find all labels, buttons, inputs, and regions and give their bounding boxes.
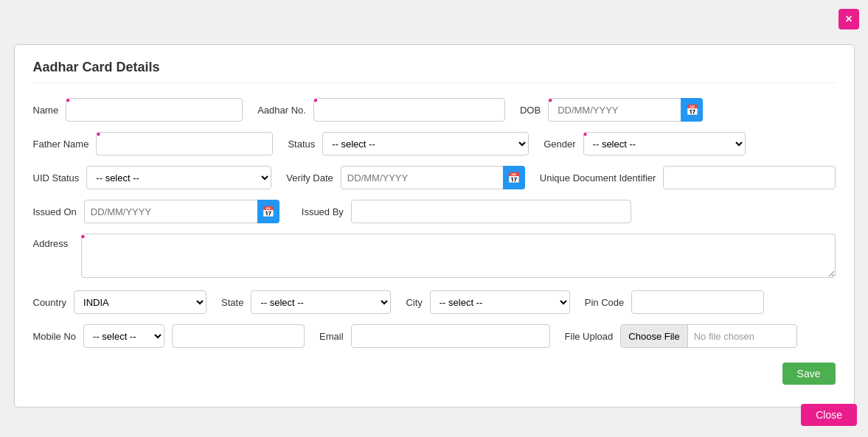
no-file-text: No file chosen bbox=[688, 331, 760, 342]
modal-card: Aadhar Card Details Name ● Aadhar No. ● … bbox=[14, 44, 855, 408]
bottom-actions: Save bbox=[33, 363, 836, 385]
email-input[interactable] bbox=[351, 324, 550, 348]
save-button[interactable]: Save bbox=[782, 363, 836, 385]
country-label: Country bbox=[33, 297, 67, 308]
uid-status-select[interactable]: -- select -- bbox=[86, 166, 271, 189]
row-mobile-email-file: Mobile No -- select -- Email File Upload… bbox=[33, 324, 836, 348]
dob-input[interactable] bbox=[548, 98, 703, 122]
choose-file-button[interactable]: Choose File bbox=[621, 325, 687, 347]
close-button-wrapper: Close bbox=[801, 404, 857, 426]
father-name-input[interactable] bbox=[96, 132, 273, 155]
dob-date-wrapper: ● 📅 bbox=[548, 98, 703, 122]
close-x-button[interactable]: × bbox=[839, 9, 859, 29]
verify-date-calendar-button[interactable]: 📅 bbox=[503, 166, 525, 189]
dob-calendar-button[interactable]: 📅 bbox=[681, 98, 703, 122]
row-name-aadhar-dob: Name ● Aadhar No. ● DOB ● 📅 bbox=[33, 98, 836, 122]
verify-date-label: Verify Date bbox=[286, 172, 333, 183]
name-required-dot: ● bbox=[66, 97, 70, 104]
status-label: Status bbox=[288, 139, 315, 150]
aadhar-required-dot: ● bbox=[313, 97, 318, 104]
father-required-dot: ● bbox=[96, 130, 100, 138]
name-input[interactable] bbox=[66, 98, 243, 122]
issued-by-label: Issued By bbox=[302, 206, 344, 217]
mobile-code-select[interactable]: -- select -- bbox=[83, 324, 164, 348]
mobile-no-label: Mobile No bbox=[33, 331, 77, 342]
address-textarea[interactable] bbox=[81, 234, 836, 278]
row-father-status-gender: Father Name ● Status -- select -- Gender… bbox=[33, 132, 836, 155]
row-issued-on-by: Issued On 📅 Issued By bbox=[33, 200, 836, 223]
gender-wrapper: ● -- select -- bbox=[583, 132, 746, 155]
address-required-dot: ● bbox=[81, 232, 86, 240]
issued-on-calendar-button[interactable]: 📅 bbox=[257, 200, 280, 223]
city-label: City bbox=[406, 297, 422, 308]
email-label: Email bbox=[319, 331, 344, 342]
address-label: Address bbox=[33, 234, 81, 280]
modal-title: Aadhar Card Details bbox=[33, 60, 836, 83]
uid-status-label: UID Status bbox=[33, 172, 80, 183]
verify-date-wrapper: 📅 bbox=[341, 166, 525, 189]
aadhar-input-wrapper: ● bbox=[313, 98, 505, 122]
pin-code-label: Pin Code bbox=[585, 297, 624, 308]
gender-label: Gender bbox=[544, 139, 575, 150]
name-label: Name bbox=[33, 105, 59, 116]
name-input-wrapper: ● bbox=[66, 98, 243, 122]
row-uid-verifydate-uniquedoc: UID Status -- select -- Verify Date 📅 Un… bbox=[33, 166, 836, 189]
unique-doc-label: Unique Document Identifier bbox=[540, 172, 656, 183]
state-label: State bbox=[221, 297, 243, 308]
row-country-state-city-pin: Country INDIA State -- select -- City --… bbox=[33, 290, 836, 314]
address-wrapper: ● bbox=[81, 234, 836, 280]
issued-on-label: Issued On bbox=[33, 206, 77, 217]
country-select[interactable]: INDIA bbox=[74, 290, 206, 314]
modal-overlay: × Aadhar Card Details Name ● Aadhar No. … bbox=[0, 0, 868, 437]
state-select[interactable]: -- select -- bbox=[251, 290, 391, 314]
gender-select[interactable]: -- select -- bbox=[583, 132, 746, 155]
aadhar-input[interactable] bbox=[313, 98, 505, 122]
unique-doc-input[interactable] bbox=[663, 166, 835, 189]
father-name-wrapper: ● bbox=[96, 132, 273, 155]
issued-on-wrapper: 📅 bbox=[84, 200, 280, 223]
file-upload-wrapper: Choose File No file chosen bbox=[620, 324, 797, 348]
file-upload-label: File Upload bbox=[565, 331, 614, 342]
pin-code-input[interactable] bbox=[631, 290, 764, 314]
aadhar-no-label: Aadhar No. bbox=[257, 105, 306, 116]
city-select[interactable]: -- select -- bbox=[430, 290, 570, 314]
gender-required-dot: ● bbox=[583, 130, 588, 138]
issued-on-input[interactable] bbox=[84, 200, 280, 223]
dob-required-dot: ● bbox=[548, 97, 552, 104]
issued-by-input[interactable] bbox=[351, 200, 631, 223]
mobile-input[interactable] bbox=[172, 324, 305, 348]
verify-date-input[interactable] bbox=[341, 166, 525, 189]
dob-label: DOB bbox=[520, 105, 541, 116]
status-select[interactable]: -- select -- bbox=[322, 132, 529, 155]
father-name-label: Father Name bbox=[33, 139, 89, 150]
row-address: Address ● bbox=[33, 234, 836, 280]
close-button[interactable]: Close bbox=[801, 404, 857, 426]
